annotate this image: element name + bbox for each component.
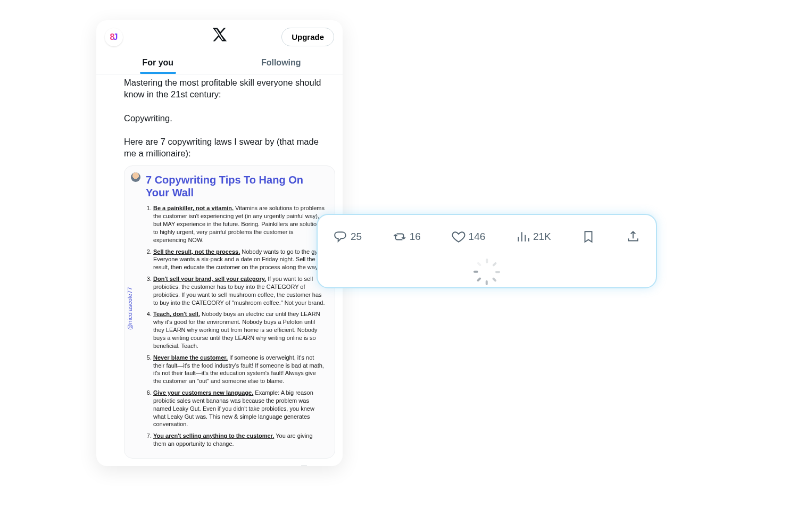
views-button[interactable]: 21K	[259, 465, 286, 466]
tab-for-you[interactable]: For you	[96, 51, 220, 74]
reply-count: 25	[351, 231, 362, 243]
heart-icon	[214, 465, 224, 466]
upgrade-button[interactable]: Upgrade	[281, 28, 334, 46]
card-tip: You aren't selling anything to the custo…	[153, 432, 326, 448]
share-button[interactable]	[323, 465, 333, 466]
reply-count: 25	[137, 466, 146, 466]
x-logo-icon[interactable]	[212, 27, 228, 45]
feed-tabs: For you Following	[96, 51, 343, 74]
bookmark-icon	[299, 465, 309, 466]
mobile-feed: 8J Upgrade For you Following Mastering t…	[96, 20, 343, 466]
tweet-image-card[interactable]: 7 Copywriting Tips To Hang On Your Wall …	[124, 165, 335, 459]
views-icon	[259, 465, 269, 466]
card-tip: Give your customers new language. Exampl…	[153, 389, 326, 428]
retweet-button[interactable]: 16	[169, 465, 191, 466]
views-icon	[516, 230, 530, 244]
like-count: 146	[469, 231, 486, 243]
heart-icon	[452, 230, 466, 244]
loading-row	[330, 249, 643, 280]
like-count: 146	[227, 466, 239, 466]
tweet-line: Here are 7 copywriting laws I swear by (…	[124, 136, 329, 160]
retweet-count: 16	[182, 466, 191, 466]
card-title: 7 Copywriting Tips To Hang On Your Wall	[146, 173, 326, 199]
share-icon	[323, 465, 333, 466]
top-bar: 8J Upgrade	[96, 20, 343, 51]
tweet-actions-zoom: 25 16 146 21K	[330, 225, 643, 249]
share-icon	[626, 230, 640, 244]
card-tip: Be a painkiller, not a vitamin. Vitamins…	[153, 204, 326, 244]
view-count: 21K	[272, 466, 286, 466]
like-button[interactable]: 146	[214, 465, 239, 466]
like-button[interactable]: 146	[452, 230, 486, 244]
actions-zoom-callout: 25 16 146 21K	[317, 214, 657, 288]
reply-button[interactable]: 25	[124, 465, 146, 466]
app-logo-icon[interactable]: 8J	[105, 28, 123, 46]
card-tip-list: Be a painkiller, not a vitamin. Vitamins…	[153, 204, 326, 448]
tab-following[interactable]: Following	[220, 51, 343, 74]
retweet-icon	[393, 230, 406, 244]
retweet-icon	[169, 465, 179, 466]
reply-icon	[124, 465, 134, 466]
card-tip: Never blame the customer. If someone is …	[153, 354, 326, 385]
share-button[interactable]	[626, 230, 640, 244]
tweet-line: Copywriting.	[124, 112, 329, 124]
card-tip: Don't sell your brand, sell your categor…	[153, 275, 326, 306]
retweet-button[interactable]: 16	[393, 230, 421, 244]
reply-icon	[334, 230, 347, 244]
views-button[interactable]: 21K	[516, 230, 551, 244]
card-handle: @nicolascole77	[127, 287, 133, 330]
bookmark-button[interactable]	[581, 230, 595, 244]
card-tip: Sell the result, not the process. Nobody…	[153, 248, 326, 272]
tweet-actions: 25 16 146 21K	[96, 459, 343, 466]
tweet-line: Mastering the most profitable skill ever…	[124, 77, 329, 101]
tweet-text: Mastering the most profitable skill ever…	[96, 74, 343, 159]
card-tip: Teach, don't sell. Nobody buys an electr…	[153, 310, 326, 350]
view-count: 21K	[533, 231, 551, 243]
card-avatar	[131, 172, 140, 182]
bookmark-button[interactable]	[299, 465, 309, 466]
retweet-count: 16	[410, 231, 421, 243]
bookmark-icon	[581, 230, 595, 244]
reply-button[interactable]: 25	[334, 230, 362, 244]
loading-spinner-icon	[478, 259, 496, 277]
